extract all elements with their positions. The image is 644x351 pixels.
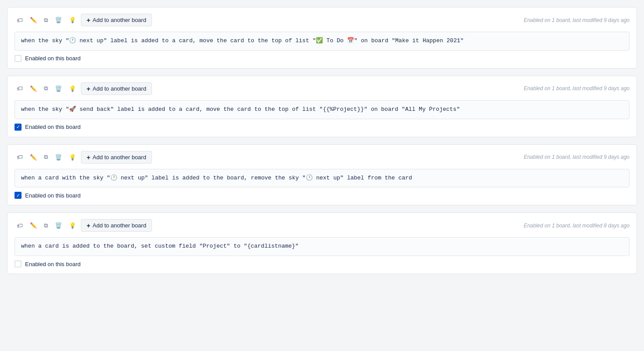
- copy-icon: ⧉: [44, 222, 48, 229]
- tag-button[interactable]: 🏷: [14, 15, 25, 26]
- tag-icon: 🏷: [17, 85, 23, 92]
- copy-button[interactable]: ⧉: [42, 15, 50, 26]
- enabled-checkbox[interactable]: [14, 260, 22, 267]
- plus-icon: +: [87, 16, 90, 24]
- card-header-left: 🏷✏️⧉🗑️💡+Add to another board: [14, 151, 152, 164]
- plus-icon: +: [87, 154, 90, 161]
- edit-icon: ✏️: [30, 154, 37, 161]
- automation-card-4: 🏷✏️⧉🗑️💡+Add to another boardEnabled on 1…: [7, 212, 637, 274]
- card-meta: Enabled on 1 board, last modified 9 days…: [524, 85, 630, 91]
- bulb-button[interactable]: 💡: [67, 220, 78, 230]
- enabled-checkbox[interactable]: [14, 55, 22, 62]
- card-header: 🏷✏️⧉🗑️💡+Add to another boardEnabled on 1…: [14, 82, 630, 95]
- trash-icon: 🗑️: [55, 154, 62, 161]
- rule-text: when the sky "🚀 send back" label is adde…: [14, 100, 630, 119]
- delete-button[interactable]: 🗑️: [53, 84, 64, 94]
- plus-icon: +: [87, 85, 90, 92]
- bulb-icon: 💡: [69, 222, 76, 229]
- card-header: 🏷✏️⧉🗑️💡+Add to another boardEnabled on 1…: [14, 14, 630, 26]
- enabled-label: Enabled on this board: [25, 124, 80, 130]
- trash-icon: 🗑️: [55, 17, 62, 23]
- card-header-left: 🏷✏️⧉🗑️💡+Add to another board: [14, 219, 152, 232]
- rule-text: when a card with the sky "🕐 next up" lab…: [14, 169, 630, 188]
- enabled-label: Enabled on this board: [25, 261, 80, 267]
- copy-icon: ⧉: [44, 17, 48, 24]
- bulb-icon: 💡: [69, 17, 76, 23]
- edit-button[interactable]: ✏️: [28, 15, 39, 25]
- delete-button[interactable]: 🗑️: [53, 220, 64, 230]
- trash-icon: 🗑️: [55, 85, 62, 92]
- copy-button[interactable]: ⧉: [42, 152, 50, 162]
- edit-icon: ✏️: [30, 85, 37, 92]
- add-board-label: Add to another board: [93, 154, 146, 161]
- enabled-row: ✓Enabled on this board: [14, 192, 630, 199]
- add-to-board-button[interactable]: +Add to another board: [81, 219, 152, 232]
- tag-icon: 🏷: [17, 154, 23, 161]
- tag-button[interactable]: 🏷: [14, 220, 25, 231]
- bulb-button[interactable]: 💡: [67, 84, 78, 94]
- enabled-checkbox[interactable]: ✓: [14, 192, 22, 199]
- bulb-icon: 💡: [69, 85, 76, 92]
- card-header-left: 🏷✏️⧉🗑️💡+Add to another board: [14, 14, 152, 26]
- automation-card-1: 🏷✏️⧉🗑️💡+Add to another boardEnabled on 1…: [7, 7, 637, 69]
- card-header: 🏷✏️⧉🗑️💡+Add to another boardEnabled on 1…: [14, 151, 630, 164]
- delete-button[interactable]: 🗑️: [53, 15, 64, 25]
- add-board-label: Add to another board: [93, 85, 146, 92]
- copy-icon: ⧉: [44, 85, 48, 92]
- trash-icon: 🗑️: [55, 222, 62, 229]
- tag-button[interactable]: 🏷: [14, 152, 25, 162]
- bulb-button[interactable]: 💡: [67, 15, 78, 25]
- bulb-icon: 💡: [69, 154, 76, 161]
- edit-button[interactable]: ✏️: [28, 220, 39, 230]
- card-meta: Enabled on 1 board, last modified 9 days…: [524, 17, 630, 23]
- card-meta: Enabled on 1 board, last modified 9 days…: [524, 154, 630, 160]
- card-meta: Enabled on 1 board, last modified 8 days…: [524, 223, 630, 229]
- delete-button[interactable]: 🗑️: [53, 152, 64, 162]
- copy-button[interactable]: ⧉: [42, 220, 50, 231]
- enabled-row: Enabled on this board: [14, 55, 630, 62]
- automation-card-3: 🏷✏️⧉🗑️💡+Add to another boardEnabled on 1…: [7, 144, 637, 206]
- card-header: 🏷✏️⧉🗑️💡+Add to another boardEnabled on 1…: [14, 219, 630, 232]
- copy-icon: ⧉: [44, 154, 48, 161]
- plus-icon: +: [87, 222, 90, 229]
- add-to-board-button[interactable]: +Add to another board: [81, 14, 152, 26]
- tag-icon: 🏷: [17, 222, 23, 229]
- add-board-label: Add to another board: [93, 222, 146, 229]
- enabled-label: Enabled on this board: [25, 192, 80, 199]
- edit-button[interactable]: ✏️: [28, 84, 39, 94]
- card-header-left: 🏷✏️⧉🗑️💡+Add to another board: [14, 82, 152, 95]
- enabled-row: ✓Enabled on this board: [14, 124, 630, 131]
- add-to-board-button[interactable]: +Add to another board: [81, 151, 152, 164]
- copy-button[interactable]: ⧉: [42, 83, 50, 94]
- edit-icon: ✏️: [30, 17, 37, 23]
- enabled-checkbox[interactable]: ✓: [14, 124, 22, 131]
- enabled-row: Enabled on this board: [14, 260, 630, 267]
- edit-button[interactable]: ✏️: [28, 152, 39, 162]
- add-to-board-button[interactable]: +Add to another board: [81, 82, 152, 95]
- tag-button[interactable]: 🏷: [14, 83, 25, 94]
- tag-icon: 🏷: [17, 17, 23, 24]
- add-board-label: Add to another board: [93, 17, 146, 23]
- edit-icon: ✏️: [30, 222, 37, 229]
- rule-text: when a card is added to the board, set c…: [14, 237, 630, 256]
- bulb-button[interactable]: 💡: [67, 152, 78, 162]
- enabled-label: Enabled on this board: [25, 55, 80, 62]
- rule-text: when the sky "🕐 next up" label is added …: [14, 32, 630, 51]
- automation-card-2: 🏷✏️⧉🗑️💡+Add to another boardEnabled on 1…: [7, 76, 637, 137]
